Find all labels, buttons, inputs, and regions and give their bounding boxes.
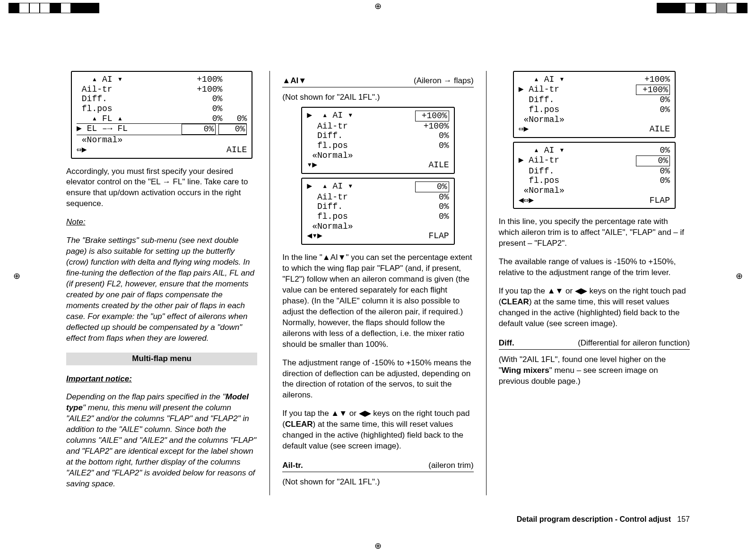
column-name: FLAP (640, 196, 670, 206)
row-label: ▶ Ail-tr (519, 155, 559, 166)
registration-mark-left-icon: ⊕ (13, 271, 20, 281)
row-label: «Normal» (307, 222, 353, 232)
lcd-screen-2a: ▶ ▴ AI ▾+100% Ail-tr+100% Diff.0% fl.pos… (301, 107, 454, 174)
row-value-boxed: +100% (636, 85, 670, 95)
lcd-screen-2b: ▶ ▴ AI ▾0% Ail-tr0% Diff.0% fl.pos0% «No… (301, 178, 454, 245)
row-value: +100% (419, 121, 449, 131)
column-divider (269, 71, 270, 495)
registration-mark-right-icon: ⊕ (736, 271, 743, 281)
row-label: fl.pos (307, 141, 348, 151)
row-value: +100% (640, 75, 670, 85)
column-name: FLAP (419, 231, 449, 241)
content-columns: ▴ AI ▾+100% Ail-tr+100% Diff.0% fl.pos0%… (66, 71, 690, 495)
row-label-selected: ▶ EL –→ FL (77, 124, 128, 135)
row-value: +100% (192, 75, 222, 85)
row-value: 0% (419, 131, 449, 141)
row-label: ▶ ▴ AI ▾ (307, 111, 353, 121)
paragraph: If you tap the ▲▼ or ◀▶ keys on the righ… (499, 286, 690, 329)
column-name: AILE (640, 124, 670, 134)
row-value: +100% (192, 85, 222, 95)
paragraph: In the line "▲AI▼" you can set the perce… (282, 252, 473, 350)
row-value: 0% (640, 176, 670, 186)
row-value-boxed: 0% (415, 181, 449, 192)
term-diff: Diff. (499, 338, 514, 349)
subnote: (Not shown for "2AIL 1FL".) (282, 477, 473, 488)
row-value: 0% (192, 94, 222, 104)
row-value: 0% (419, 212, 449, 222)
nav-arrows-icon: ⇔▶ (519, 124, 529, 134)
subnote: (Not shown for "2AIL 1FL".) (282, 92, 473, 103)
row-label: fl.pos (519, 176, 559, 186)
row-label: ▴ AI ▾ (519, 75, 565, 85)
paragraph: The available range of values is -150% t… (499, 257, 690, 278)
row-label: ▶ Ail-tr (519, 85, 559, 95)
row-label: ▶ ▴ AI ▾ (307, 181, 353, 192)
paragraph: The adjustment range of -150% to +150% m… (282, 358, 473, 401)
term-diff-desc: (Differential for aileron function) (578, 338, 690, 349)
row-label: ▴ FL ▴ (77, 114, 122, 124)
row-label: fl.pos (77, 104, 113, 114)
row-label: Ail-tr (307, 121, 348, 131)
row-value: 0% (419, 202, 449, 212)
row-label: Ail-tr (307, 192, 348, 202)
row-label: Diff. (519, 95, 555, 105)
row-label: Ail-tr (77, 85, 113, 95)
column-divider (486, 71, 487, 495)
row-value: 0% (640, 166, 670, 176)
page: ⊕ ⊕ ⊕ ⊕ ▴ AI ▾+100% Ail-tr+100% Diff.0% … (0, 0, 756, 552)
term-ai: ▲AI▼ (282, 76, 306, 86)
nav-arrows-icon: ◀▾▶ (307, 231, 322, 241)
paragraph: If you tap the ▲▼ or ◀▶ keys on the righ… (282, 408, 473, 452)
nav-arrows-icon: ◀⇔▶ (519, 196, 534, 206)
important-notice-heading: Important notice: (66, 374, 132, 383)
row-label: Diff. (307, 202, 343, 212)
clear-label: CLEAR (285, 420, 313, 429)
column-1: ▴ AI ▾+100% Ail-tr+100% Diff.0% fl.pos0%… (66, 71, 257, 495)
page-footer: Detail program description - Control adj… (517, 515, 690, 524)
row-value: 0% (419, 141, 449, 151)
wing-mixers-label: Wing mixers (502, 366, 549, 375)
row-label: Diff. (519, 166, 555, 176)
paragraph: (With "2AIL 1FL", found one level higher… (499, 354, 690, 387)
row-value-2: 0% (222, 114, 247, 124)
row-label: fl.pos (519, 105, 559, 115)
note-heading: Note: (66, 217, 86, 226)
row-value: 0% (192, 104, 222, 114)
row-label: «Normal» (77, 135, 122, 145)
row-label: fl.pos (307, 212, 348, 222)
row-label: ▴ AI ▾ (77, 75, 122, 85)
row-value-boxed: 0% (182, 124, 216, 135)
row-value: 0% (640, 95, 670, 105)
row-value-boxed: 0% (636, 155, 670, 166)
row-label: ▴ AI ▾ (519, 146, 565, 155)
column-2: ▲AI▼(Aileron → flaps) (Not shown for "2A… (282, 71, 473, 495)
row-label: «Normal» (519, 186, 565, 196)
row-label: «Normal» (519, 115, 565, 125)
column-name: AILE (419, 160, 449, 170)
page-number: 157 (677, 515, 690, 523)
term-ailtr-desc: (aileron trim) (428, 460, 473, 471)
column-3: ▴ AI ▾+100% ▶ Ail-tr+100% Diff.0% fl.pos… (499, 71, 690, 495)
lcd-screen-3b: ▴ AI ▾0% ▶ Ail-tr0% Diff.0% fl.pos0% «No… (513, 142, 676, 209)
subheading-multiflap: Multi-flap menu (66, 353, 257, 365)
row-value-2 (222, 75, 247, 85)
lcd-screen-1: ▴ AI ▾+100% Ail-tr+100% Diff.0% fl.pos0%… (71, 71, 252, 159)
paragraph: Accordingly, you must first specify your… (66, 166, 257, 210)
term-ai-desc: (Aileron → flaps) (414, 76, 474, 86)
column-name: AILE (217, 145, 247, 155)
row-value: 0% (419, 192, 449, 202)
term-ailtr: Ail-tr. (282, 460, 303, 471)
important-notice-body: Depending on the flap pairs specified in… (66, 392, 257, 489)
registration-colorbar-right (657, 3, 747, 13)
nav-arrows-icon: ⇔▶ (77, 145, 87, 155)
registration-mark-bottom-icon: ⊕ (374, 541, 382, 551)
nav-arrows-icon: ▾▶ (307, 160, 317, 170)
paragraph: In this line, you specify the percentage… (499, 216, 690, 249)
row-label: Diff. (77, 94, 107, 104)
row-value-boxed: 0% (218, 124, 247, 135)
registration-colorbar-left (9, 3, 99, 13)
row-value: 0% (192, 114, 222, 124)
row-label: Diff. (307, 131, 343, 141)
lcd-screen-3a: ▴ AI ▾+100% ▶ Ail-tr+100% Diff.0% fl.pos… (513, 71, 676, 138)
note-body: The "Brake settings" sub-menu (see next … (66, 235, 257, 344)
